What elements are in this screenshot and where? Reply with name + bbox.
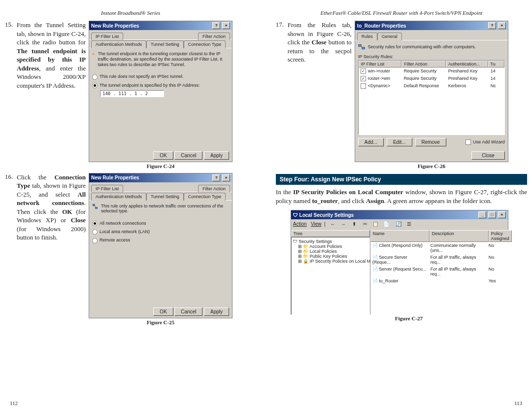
- copy-icon[interactable]: 📋: [371, 220, 380, 229]
- rules-description: Security rules for communicating with ot…: [368, 44, 476, 49]
- tab-filter-action[interactable]: Filter Action: [198, 185, 230, 192]
- close-icon[interactable]: ×: [498, 22, 506, 29]
- cancel-button[interactable]: Cancel: [174, 151, 202, 160]
- apply-button[interactable]: Apply: [204, 308, 229, 316]
- svg-rect-2: [93, 204, 95, 206]
- close-icon[interactable]: ×: [498, 211, 506, 218]
- tree-item: 🛡 Security Settings: [293, 239, 368, 244]
- list-item[interactable]: win->router Require Security Preshared K…: [359, 68, 504, 75]
- svg-rect-6: [362, 47, 365, 49]
- page-number: 112: [10, 400, 18, 406]
- step-four-header: Step Four: Assign New IPSec Policy: [276, 174, 527, 185]
- help-icon[interactable]: ?: [212, 22, 220, 29]
- tab-filter-action[interactable]: Filter Action: [198, 33, 230, 40]
- tab-general[interactable]: General: [377, 33, 402, 40]
- paste-icon[interactable]: 📄: [382, 220, 391, 229]
- tab-connection-type[interactable]: Connection Type: [184, 40, 226, 48]
- tab-tunnel-setting[interactable]: Tunnel Setting: [146, 40, 184, 48]
- tree-item: ⊞ 📁 Account Policies: [293, 244, 368, 249]
- tree-view[interactable]: 🛡 Security Settings ⊞ 📁 Account Policies…: [291, 237, 370, 315]
- titlebar-buttons: ? ×: [212, 22, 230, 29]
- cut-icon[interactable]: ✂: [361, 220, 369, 229]
- item-number: 16.: [5, 173, 17, 181]
- dialog-body: This rule only applies to network traffi…: [89, 201, 232, 306]
- list-item[interactable]: 📄 Secure Server (Reque... For all IP tra…: [370, 254, 512, 266]
- list-item[interactable]: 📄 Client (Respond Only) Communicate norm…: [370, 242, 512, 254]
- ip-security-rules-list[interactable]: IP Filter List Filter Action Authenticat…: [358, 60, 505, 135]
- tree-item: ⊞ 📁 Local Policies: [293, 249, 368, 254]
- instruction-item-15: 15. From the Tunnel Setting tab, shown i…: [5, 21, 256, 169]
- close-button[interactable]: Close: [471, 151, 505, 160]
- svg-rect-5: [359, 45, 361, 47]
- list-item[interactable]: 📄 Server (Request Secu... For all IP tra…: [370, 266, 512, 277]
- menu-action[interactable]: Action: [293, 221, 307, 227]
- svg-rect-0: [92, 54, 95, 54]
- add-button[interactable]: Add...: [358, 138, 384, 146]
- checkbox-icon[interactable]: [361, 83, 368, 88]
- tab-rules[interactable]: Rules: [357, 33, 377, 40]
- up-icon[interactable]: ⬆: [350, 220, 359, 229]
- network-icon: [92, 204, 98, 210]
- radio-tunnel-endpoint[interactable]: The tunnel endpoint is specified by this…: [92, 83, 229, 88]
- radio-remote-access[interactable]: Remote access: [92, 238, 229, 243]
- list-item[interactable]: <Dynamic> Default Response Kerberos Nc: [359, 82, 504, 90]
- radio-no-tunnel[interactable]: This rule does not specify an IPSec tunn…: [92, 74, 229, 79]
- svg-rect-3: [96, 207, 98, 208]
- tab-ip-filter-list[interactable]: IP Filter List: [91, 185, 123, 192]
- properties-icon[interactable]: ☰: [404, 220, 413, 229]
- radio-all-network[interactable]: All network connections: [92, 221, 229, 226]
- minimize-icon[interactable]: _: [478, 211, 486, 218]
- tab-strip-2: Authentication Methods Tunnel Setting Co…: [89, 192, 232, 201]
- tab-strip: IP Filter List Filter Action: [89, 30, 232, 40]
- page-header-right: EtherFast® Cable/DSL Firewall Router wit…: [276, 10, 527, 16]
- titlebar-buttons: ? ×: [488, 22, 506, 29]
- use-add-wizard-checkbox[interactable]: [466, 139, 473, 144]
- help-icon[interactable]: ?: [488, 22, 496, 29]
- titlebar: to_Router Properties ? ×: [355, 21, 508, 30]
- tab-strip: Rules General: [355, 30, 508, 40]
- tab-strip: IP Filter List Filter Action: [89, 182, 232, 192]
- tab-connection-type[interactable]: Connection Type: [184, 193, 226, 201]
- rules-icon: [358, 43, 365, 50]
- tunnel-ip-input[interactable]: 140 . 111 . 1 . 2: [100, 90, 164, 97]
- radio-lan[interactable]: Local area network (LAN): [92, 229, 229, 235]
- figure-c24-wrap: New Rule Properties ? × IP Filter List F…: [89, 21, 233, 169]
- item-text: Click the Connection Type tab, shown in …: [17, 173, 89, 242]
- tab-ip-filter-list[interactable]: IP Filter List: [91, 33, 123, 40]
- connection-description: This rule only applies to network traffi…: [101, 204, 229, 214]
- checkbox-icon[interactable]: [361, 68, 368, 73]
- apply-button[interactable]: Apply: [204, 151, 229, 160]
- remove-button[interactable]: Remove: [415, 138, 446, 146]
- figure-c25-wrap: New Rule Properties ? × IP Filter List F…: [89, 173, 233, 325]
- refresh-icon[interactable]: 🔄: [394, 220, 403, 229]
- close-icon[interactable]: ×: [222, 22, 230, 29]
- dialog-title: New Rule Properties: [91, 23, 139, 29]
- list-item[interactable]: router->win Require Security Preshared K…: [359, 75, 504, 82]
- window-title: Local Security Settings: [299, 212, 354, 218]
- cancel-button[interactable]: Cancel: [174, 308, 202, 316]
- list-item[interactable]: 📄 to_Router Yes: [370, 277, 512, 284]
- figure-caption: Figure C-27: [291, 315, 527, 321]
- tab-auth-methods[interactable]: Authentication Methods: [91, 40, 146, 48]
- help-icon[interactable]: ?: [212, 174, 220, 181]
- back-icon[interactable]: ←: [328, 220, 337, 229]
- policy-list[interactable]: 📄 Client (Respond Only) Communicate norm…: [370, 242, 512, 316]
- page-spread: Instant Broadband® Series 15. From the T…: [0, 0, 532, 411]
- maximize-icon[interactable]: □: [488, 211, 496, 218]
- item-number: 17.: [276, 21, 288, 29]
- ok-button[interactable]: OK: [153, 308, 173, 316]
- forward-icon[interactable]: →: [339, 220, 348, 229]
- instruction-item-17: 17. From the Rules tab, shown in Figure …: [276, 21, 527, 169]
- tab-tunnel-setting[interactable]: Tunnel Setting: [146, 193, 184, 201]
- menu-view[interactable]: View: [311, 221, 322, 227]
- checkbox-icon[interactable]: [361, 76, 368, 81]
- edit-button[interactable]: Edit...: [387, 138, 412, 146]
- dialog-title: New Rule Properties: [91, 175, 139, 180]
- close-icon[interactable]: ×: [222, 174, 230, 181]
- ok-button[interactable]: OK: [153, 151, 173, 160]
- list-header: IP Filter List Filter Action Authenticat…: [359, 61, 504, 68]
- tunnel-description: The tunnel endpoint is the tunneling com…: [98, 51, 229, 67]
- group-label: IP Security Rules:: [358, 54, 505, 59]
- figure-caption: Figure C-24: [89, 163, 233, 169]
- tab-auth-methods[interactable]: Authentication Methods: [91, 193, 146, 201]
